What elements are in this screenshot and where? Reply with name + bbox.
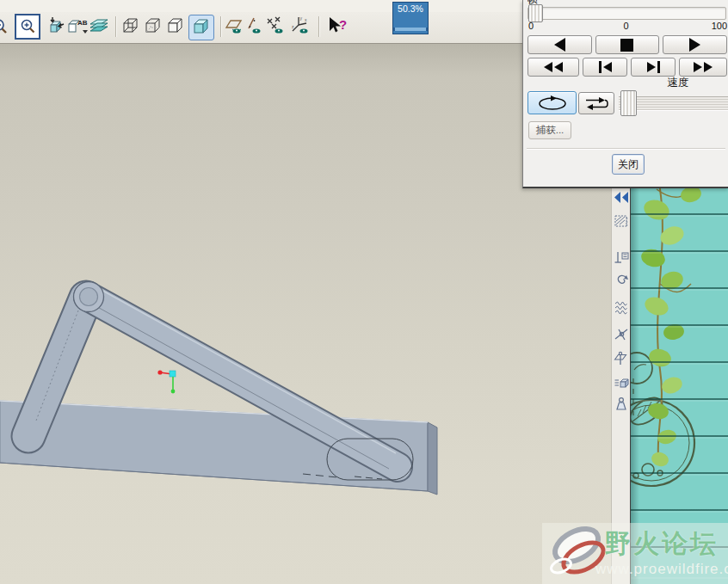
frame-end-button[interactable] bbox=[631, 58, 676, 77]
hidden-line-icon bbox=[144, 17, 163, 36]
play-forward-button[interactable] bbox=[663, 35, 727, 54]
sidebar-item-snapshot-plane[interactable] bbox=[612, 349, 630, 368]
toolbar-separator bbox=[220, 16, 221, 37]
sidebar-item-trace-curve[interactable] bbox=[612, 272, 630, 291]
play-forward-icon bbox=[689, 38, 700, 52]
zoom-in-icon bbox=[19, 18, 36, 35]
layers-icon bbox=[87, 16, 111, 37]
layers-button[interactable] bbox=[86, 14, 112, 40]
sidebar-item-springs[interactable] bbox=[612, 298, 630, 317]
datum-csys-toggle[interactable]: y x z bbox=[289, 14, 313, 40]
zoom-out-icon bbox=[0, 17, 9, 36]
frame-end-icon bbox=[647, 61, 660, 73]
frame-slider-thumb[interactable] bbox=[528, 4, 543, 22]
context-help-icon: ? bbox=[326, 15, 350, 38]
watermark-title: 野火论坛 bbox=[605, 526, 719, 562]
stop-icon bbox=[620, 39, 633, 52]
datum-axes-toggle[interactable] bbox=[245, 14, 264, 40]
frame-start-button[interactable] bbox=[583, 58, 627, 77]
trace-curve-icon bbox=[614, 274, 629, 289]
linkage-mechanism bbox=[0, 44, 611, 584]
playback-dialog: 帧 0 0 100 bbox=[522, 0, 728, 188]
zoom-in-button[interactable] bbox=[15, 14, 40, 40]
datum-planes-toggle[interactable] bbox=[224, 14, 246, 40]
play-reverse-icon bbox=[554, 38, 565, 52]
wireframe-icon bbox=[121, 17, 140, 36]
toolbar-separator bbox=[318, 16, 319, 37]
playback-row-2 bbox=[527, 58, 727, 77]
watermark-url: www.proewildfire.cn bbox=[595, 561, 728, 578]
loop-mode-icon bbox=[536, 95, 569, 111]
frame-scale: 0 0 100 bbox=[523, 21, 728, 32]
svg-text:z: z bbox=[292, 24, 294, 29]
svg-text:?: ? bbox=[339, 17, 347, 32]
fast-forward-icon bbox=[694, 62, 713, 72]
datum-points-toggle[interactable] bbox=[263, 14, 287, 40]
snapshot-filter-icon bbox=[614, 213, 629, 229]
fast-forward-button[interactable] bbox=[679, 58, 727, 77]
bounce-mode-button[interactable] bbox=[578, 92, 614, 114]
zoom-badge-strip bbox=[395, 28, 426, 31]
zoom-percentage-badge: 50.3% bbox=[392, 2, 429, 34]
datum-axis-icon bbox=[245, 16, 264, 37]
zoom-percentage-value: 50.3% bbox=[398, 3, 423, 14]
shaded-button[interactable] bbox=[188, 15, 214, 40]
drag-component-icon bbox=[614, 375, 629, 390]
collapse-chevrons-icon bbox=[614, 192, 629, 203]
no-hidden-icon bbox=[166, 17, 185, 36]
measure-icon bbox=[614, 249, 629, 265]
shaded-icon bbox=[192, 18, 211, 37]
pivot-joint-inner bbox=[80, 288, 98, 306]
collapse-panel-button[interactable] bbox=[612, 187, 630, 206]
playback-row-1 bbox=[527, 35, 727, 54]
spring-icon bbox=[614, 299, 629, 315]
snapshot-plane-icon bbox=[614, 351, 629, 366]
svg-text:x: x bbox=[305, 17, 307, 22]
hidden-line-button[interactable] bbox=[142, 14, 164, 40]
csys-marker bbox=[157, 370, 176, 393]
loop-mode-button[interactable] bbox=[527, 91, 577, 114]
play-reverse-button[interactable] bbox=[527, 35, 592, 54]
capture-button[interactable]: 捕获... bbox=[528, 121, 571, 139]
sidebar-item-mass-properties[interactable] bbox=[612, 394, 630, 413]
sidebar-item-snapshot-filter[interactable] bbox=[612, 212, 630, 231]
sidebar-item-joint-pin[interactable] bbox=[612, 325, 630, 344]
close-button[interactable]: 关闭 bbox=[612, 154, 645, 175]
joint-pin-icon bbox=[614, 327, 629, 342]
frame-slider-track[interactable] bbox=[527, 7, 726, 20]
fast-reverse-icon bbox=[544, 62, 563, 72]
dialog-separator bbox=[527, 148, 725, 149]
mass-icon bbox=[614, 396, 629, 411]
frame-scale-max: 100 bbox=[712, 21, 727, 31]
zoom-out-button[interactable] bbox=[0, 14, 10, 40]
toolbar-separator bbox=[115, 16, 116, 37]
no-hidden-button[interactable] bbox=[164, 14, 187, 40]
datum-point-icon bbox=[264, 16, 287, 37]
wireframe-button[interactable] bbox=[120, 14, 142, 40]
frame-scale-mid: 0 bbox=[623, 21, 628, 31]
frame-start-icon bbox=[599, 61, 612, 73]
base-plate-side bbox=[428, 422, 437, 495]
frame-scale-min: 0 bbox=[528, 21, 534, 31]
sidebar-item-drag-component[interactable] bbox=[612, 373, 630, 392]
bounce-mode-icon bbox=[583, 96, 609, 111]
3d-viewport[interactable] bbox=[0, 43, 611, 584]
fast-reverse-button[interactable] bbox=[527, 58, 579, 77]
context-help-button[interactable]: ? bbox=[325, 14, 351, 40]
sidebar-item-measure[interactable] bbox=[612, 248, 630, 267]
datum-plane-icon bbox=[225, 16, 245, 37]
stop-button[interactable] bbox=[595, 35, 660, 54]
speed-label: 速度 bbox=[652, 76, 704, 90]
svg-text:y: y bbox=[300, 16, 303, 21]
speed-slider-thumb[interactable] bbox=[620, 90, 637, 116]
forum-watermark: 野火论坛 www.proewildfire.cn bbox=[542, 523, 728, 584]
zoom-fit-button[interactable] bbox=[43, 14, 65, 40]
datum-csys-icon: y x z bbox=[290, 16, 312, 37]
zoom-fit-icon bbox=[44, 16, 65, 37]
